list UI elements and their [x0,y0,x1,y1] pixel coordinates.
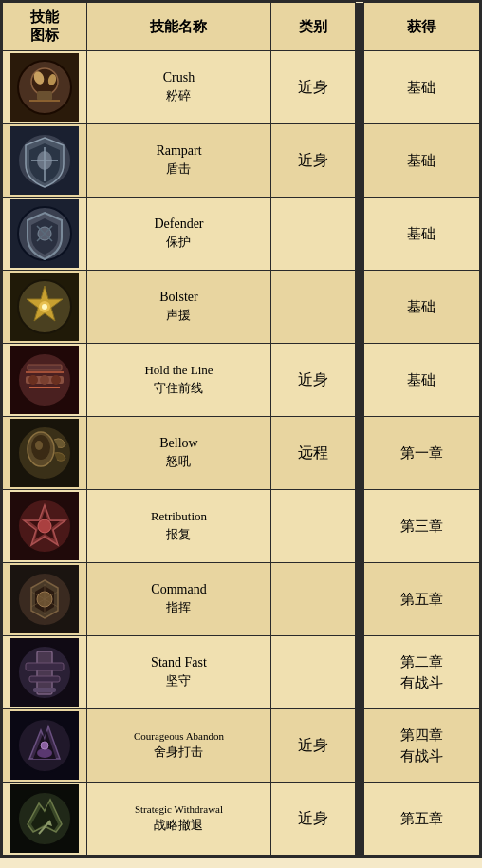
skill-name-en: Courageous Abandon [134,730,224,742]
skill-obtain-bellow: 第一章 [363,417,479,490]
skill-name-courageous-abandon: Courageous Abandon舍身打击 [86,709,270,783]
skill-table: 技能 图标 技能名称 类别 获得 Crush粉碎近身基础 [0,0,482,858]
svg-point-23 [28,375,38,385]
divider [355,490,363,563]
table-row: Bolster声援基础 [3,271,480,344]
skill-name-cn: 粉碎 [166,87,191,104]
skill-type-rampart: 近身 [271,124,356,198]
skill-name-command: Command指挥 [86,563,270,636]
table-row: Hold the Line守住前线近身基础 [3,344,480,417]
skill-name-cn: 舍身打击 [154,744,203,761]
skill-type-stand-fast [271,636,356,709]
skill-name-retribution: Retribution报复 [86,490,270,563]
table-row: Strategic Withdrawal战略撤退近身第五章 [3,783,480,856]
divider [355,783,363,856]
table-row: Defender保护基础 [3,198,480,271]
table-row: Rampart盾击近身基础 [3,124,480,198]
skill-name-en: Crush [163,70,195,85]
svg-rect-5 [37,91,52,101]
divider [355,563,363,636]
table-row: Command指挥第五章 [3,563,480,636]
divider [355,417,363,490]
table-row: Stand Fast坚守第二章 有战斗 [3,636,480,709]
divider [355,3,363,51]
skill-obtain-command: 第五章 [363,563,479,636]
skill-obtain-defender: 基础 [363,198,479,271]
skill-obtain-courageous-abandon: 第四章 有战斗 [363,709,479,783]
svg-point-52 [41,742,48,749]
skill-type-defender [271,198,356,271]
skill-obtain-hold-the-line: 基础 [363,344,479,417]
skill-obtain-crush: 基础 [363,51,479,124]
divider [355,51,363,124]
table-row: Bellow怒吼远程第一章 [3,417,480,490]
header-obtain: 获得 [363,3,479,51]
skill-name-en: Bolster [159,290,197,305]
skill-icon-rampart [3,124,87,198]
skill-name-cn: 守住前线 [154,380,203,397]
skill-name-cn: 指挥 [166,599,191,616]
skill-icon-bolster [3,271,87,344]
svg-rect-48 [33,688,56,692]
skill-icon-bellow [3,417,87,490]
skill-name-bellow: Bellow怒吼 [86,417,270,490]
skill-name-en: Rampart [156,143,201,159]
skill-name-bolster: Bolster声援 [86,271,270,344]
svg-point-34 [38,519,51,533]
skill-icon-command [3,563,87,636]
divider [355,636,363,709]
svg-rect-46 [26,663,64,670]
table-row: Retribution报复第三章 [3,490,480,563]
skill-name-en: Retribution [151,509,207,524]
skill-icon-retribution [3,490,87,563]
skill-icon-courageous-abandon [3,709,87,783]
skill-name-defender: Defender保护 [86,198,270,271]
svg-point-31 [35,441,43,450]
skill-icon-defender [3,198,87,271]
skill-icon-strategic-withdrawal [3,783,87,856]
skill-name-cn: 坚守 [166,672,191,689]
skill-type-retribution [271,490,356,563]
skill-type-hold-the-line: 近身 [271,344,356,417]
svg-rect-47 [29,676,60,682]
skill-icon-crush [3,51,87,124]
skill-obtain-rampart: 基础 [363,124,479,198]
skill-name-rampart: Rampart盾击 [86,124,270,198]
skill-name-en: Strategic Withdrawal [135,803,223,815]
svg-point-24 [40,375,49,385]
skill-name-strategic-withdrawal: Strategic Withdrawal战略撤退 [86,783,270,856]
header-name-label: 技能名称 [150,19,207,34]
table-row: Crush粉碎近身基础 [3,51,480,124]
skill-icon-stand-fast [3,636,87,709]
svg-point-25 [51,375,61,385]
skill-name-cn: 怒吼 [166,453,191,470]
header-icon-label: 技能 图标 [30,9,59,43]
skill-type-strategic-withdrawal: 近身 [271,783,356,856]
divider [355,198,363,271]
skill-obtain-strategic-withdrawal: 第五章 [363,783,479,856]
skill-name-hold-the-line: Hold the Line守住前线 [86,344,270,417]
skill-name-cn: 声援 [166,307,191,324]
header-type-label: 类别 [299,19,327,34]
skill-name-crush: Crush粉碎 [86,51,270,124]
skill-type-bellow: 远程 [271,417,356,490]
divider [355,709,363,783]
skill-type-crush: 近身 [271,51,356,124]
skill-name-en: Bellow [159,436,197,451]
skill-name-en: Hold the Line [144,363,213,378]
skill-type-courageous-abandon: 近身 [271,709,356,783]
skill-type-bolster [271,271,356,344]
skill-icon-hold-the-line [3,344,87,417]
skill-type-command [271,563,356,636]
svg-rect-26 [28,365,62,370]
skill-name-cn: 盾击 [166,160,191,178]
skill-name-stand-fast: Stand Fast坚守 [86,636,270,709]
divider [355,271,363,344]
table-row: Courageous Abandon舍身打击近身第四章 有战斗 [3,709,480,783]
skill-name-cn: 战略撤退 [154,817,203,834]
divider [355,124,363,198]
skill-name-en: Stand Fast [151,655,207,670]
header-icon: 技能 图标 [3,3,87,51]
header-obtain-label: 获得 [407,19,436,34]
skill-name-en: Defender [154,217,203,232]
